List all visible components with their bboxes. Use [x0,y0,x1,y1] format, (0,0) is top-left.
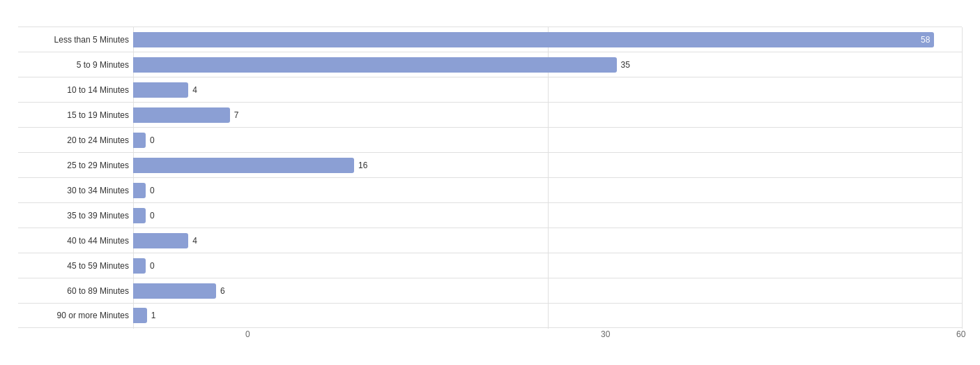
bar-fill [133,208,146,223]
bar-label: 5 to 9 Minutes [18,60,133,70]
bar-row: 25 to 29 Minutes16 [18,152,962,177]
bar-value: 16 [358,161,367,170]
bar-label: 25 to 29 Minutes [18,161,133,170]
bar-area-wrapper: 0 [133,253,962,278]
x-tick: 0 [245,329,250,339]
bar-area-wrapper: 35 [133,52,962,77]
bar-fill [133,107,230,123]
chart-body: Less than 5 Minutes585 to 9 Minutes3510 … [18,27,962,343]
bar-fill [133,308,147,323]
bar-value: 0 [150,135,155,145]
bar-value: 0 [150,261,155,271]
bar-area-wrapper: 4 [133,228,962,253]
bar-fill [133,158,354,173]
bar-fill [133,258,146,274]
bar-fill [133,283,216,299]
bar-area: 0 [133,253,962,278]
bar-area: 0 [133,128,962,153]
bar-area: 0 [133,203,962,228]
bar-area: 6 [133,278,962,304]
bar-value: 58 [921,35,930,45]
bar-fill [133,57,617,73]
bar-area: 7 [133,103,962,128]
chart-container: Less than 5 Minutes585 to 9 Minutes3510 … [11,11,969,365]
bar-area-wrapper: 0 [133,128,962,153]
bar-row: 15 to 19 Minutes7 [18,102,962,127]
bar-fill [133,133,146,148]
bar-label: 15 to 19 Minutes [18,110,133,120]
bar-label: 90 or more Minutes [18,311,133,320]
bar-value: 0 [150,186,155,195]
bar-label: 40 to 44 Minutes [18,236,133,246]
bar-area: 58 [133,27,962,52]
bar-area-wrapper: 58 [133,27,962,52]
bar-area-wrapper: 0 [133,178,962,203]
bar-area-wrapper: 6 [133,278,962,304]
bar-fill [133,82,188,98]
bar-row: 40 to 44 Minutes4 [18,228,962,253]
bar-row: Less than 5 Minutes58 [18,27,962,52]
bar-area-wrapper: 0 [133,203,962,228]
bar-area: 16 [133,153,962,178]
bar-row: 30 to 34 Minutes0 [18,177,962,202]
bar-area: 35 [133,52,962,77]
x-tick: 60 [956,329,965,339]
x-tick: 30 [601,329,610,339]
bar-value: 6 [220,286,225,296]
bar-area: 4 [133,77,962,103]
bar-row: 35 to 39 Minutes0 [18,202,962,228]
bar-value: 4 [192,85,197,95]
bar-fill [133,183,146,198]
bar-area: 0 [133,178,962,203]
bar-fill: 58 [133,32,934,47]
bar-label: 35 to 39 Minutes [18,211,133,221]
bar-area-wrapper: 7 [133,103,962,128]
bar-label: 60 to 89 Minutes [18,286,133,296]
bar-label: 20 to 24 Minutes [18,135,133,145]
bar-row: 10 to 14 Minutes4 [18,77,962,102]
bar-label: Less than 5 Minutes [18,35,133,45]
bar-area-wrapper: 1 [133,303,962,328]
bar-label: 30 to 34 Minutes [18,186,133,195]
bar-area-wrapper: 4 [133,77,962,103]
bar-value: 4 [192,236,197,246]
bar-value: 1 [151,311,156,320]
bar-row: 5 to 9 Minutes35 [18,52,962,77]
bar-fill [133,233,188,248]
bar-label: 45 to 59 Minutes [18,261,133,271]
bar-row: 60 to 89 Minutes6 [18,278,962,303]
bar-area: 1 [133,303,962,328]
bar-row: 45 to 59 Minutes0 [18,253,962,278]
bar-value: 7 [234,110,239,120]
bar-area: 4 [133,228,962,253]
x-axis: 03060 [248,329,962,343]
bar-row: 90 or more Minutes1 [18,303,962,328]
bar-value: 0 [150,211,155,221]
bar-label: 10 to 14 Minutes [18,85,133,95]
bar-value: 35 [621,60,630,70]
bar-row: 20 to 24 Minutes0 [18,127,962,152]
bar-area-wrapper: 16 [133,153,962,178]
